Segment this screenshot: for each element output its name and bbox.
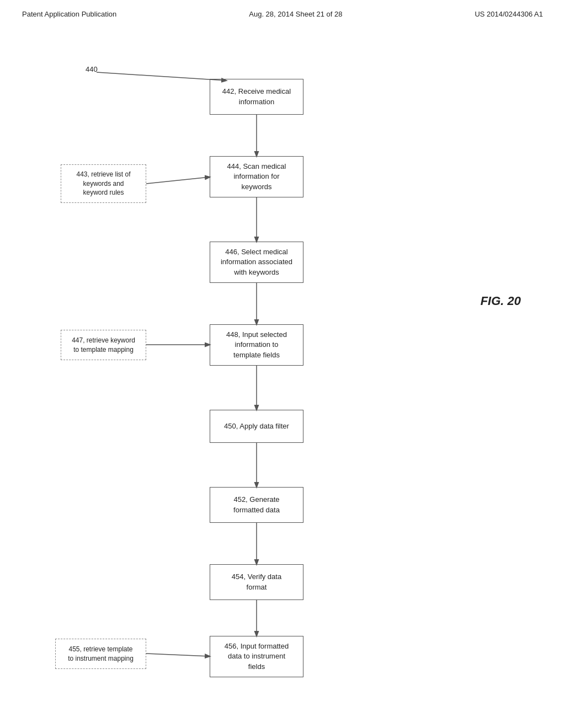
header-center: Aug. 28, 2014 Sheet 21 of 28 xyxy=(249,10,342,18)
box-452: 452, Generate formatted data xyxy=(210,487,303,523)
side-box-443: 443, retrieve list of keywords and keywo… xyxy=(61,164,146,203)
box-454: 454, Verify data format xyxy=(210,564,303,600)
figure-label: FIG. 20 xyxy=(481,294,521,308)
header-left: Patent Application Publication xyxy=(22,10,116,18)
box-450: 450, Apply data filter xyxy=(210,410,303,443)
box-456: 456, Input formatted data to instrument … xyxy=(210,636,303,677)
box-446: 446, Select medical information associat… xyxy=(210,242,303,283)
svg-line-10 xyxy=(146,654,210,656)
side-box-455: 455, retrieve template to instrument map… xyxy=(55,639,146,669)
header-right: US 2014/0244306 A1 xyxy=(475,10,543,18)
page-header: Patent Application Publication Aug. 28, … xyxy=(0,0,565,24)
start-label: 440 xyxy=(86,65,98,73)
box-444: 444, Scan medical information for keywor… xyxy=(210,156,303,197)
box-448: 448, Input selected information to templ… xyxy=(210,324,303,366)
svg-line-0 xyxy=(97,72,226,81)
diagram-area: 440 FIG. 20 442, Receive medical informa… xyxy=(0,24,565,702)
box-442: 442, Receive medical information xyxy=(210,79,303,115)
side-box-447: 447, retrieve keyword to template mappin… xyxy=(61,330,146,360)
svg-line-8 xyxy=(146,177,210,184)
